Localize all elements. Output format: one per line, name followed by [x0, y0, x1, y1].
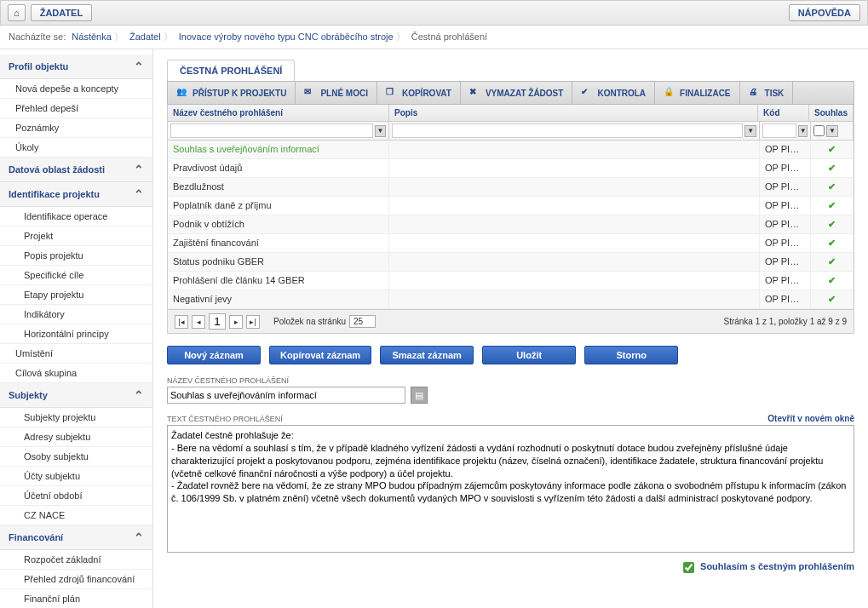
sidebar-item-new-message[interactable]: Nová depeše a koncepty [0, 79, 152, 99]
sidebar-item-location[interactable]: Umístění [0, 344, 152, 364]
pager-first-button[interactable]: |◂ [175, 315, 188, 329]
cell-code: OP PIK_IN... [760, 178, 811, 196]
sidebar-section-identification[interactable]: Identifikace projektu⌃ [0, 182, 152, 207]
table-row[interactable]: Poplatník daně z příjmuOP PIK_IN...✔ [168, 197, 854, 215]
filter-icon[interactable]: ▼ [375, 125, 386, 137]
check-icon: ✔ [828, 200, 836, 210]
sidebar-section-subjects[interactable]: Subjekty⌃ [0, 383, 152, 408]
cell-name: Negativní jevy [168, 290, 389, 308]
agree-checkbox[interactable] [683, 562, 694, 573]
col-header-name[interactable]: Název čestného prohlášení [168, 105, 389, 121]
sidebar-item-budget[interactable]: Rozpočet základní [0, 550, 152, 570]
sidebar-item-operation-id[interactable]: Identifikace operace [0, 207, 152, 227]
breadcrumb-item[interactable]: Inovace výroby nového typu CNC obráběcíh… [179, 32, 394, 42]
sidebar-item-tasks[interactable]: Úkoly [0, 138, 152, 158]
delete-icon: ✖ [469, 87, 481, 99]
sidebar-item-indicators[interactable]: Indikátory [0, 305, 152, 324]
col-header-code[interactable]: Kód [758, 105, 809, 121]
per-page-select[interactable]: 25 [349, 315, 376, 328]
cell-name: Pravdivost údajů [168, 159, 389, 177]
filter-agree-checkbox[interactable] [813, 125, 825, 136]
sidebar-item-stages[interactable]: Etapy projektu [0, 285, 152, 305]
new-record-button[interactable]: Nový záznam [167, 346, 261, 364]
cancel-button[interactable]: Storno [584, 346, 678, 364]
sidebar-section-data-area[interactable]: Datová oblast žádosti⌃ [0, 158, 152, 182]
pager-last-button[interactable]: ▸| [246, 315, 260, 329]
filter-icon[interactable]: ▼ [744, 125, 756, 137]
sidebar-item-horizontal[interactable]: Horizontální principy [0, 324, 152, 344]
sidebar-item-specific-goals[interactable]: Specifické cíle [0, 266, 152, 285]
col-header-agree[interactable]: Souhlas [809, 105, 854, 121]
filter-icon[interactable]: ▼ [798, 125, 808, 137]
cell-agree: ✔ [811, 197, 854, 215]
sidebar-item-addresses[interactable]: Adresy subjektu [0, 427, 152, 447]
declaration-text-area[interactable] [167, 425, 854, 553]
tab-declarations[interactable]: ČESTNÁ PROHLÁŠENÍ [167, 60, 295, 81]
sidebar-section-profile[interactable]: Profil objektu⌃ [0, 54, 152, 79]
pager-prev-button[interactable]: ◂ [192, 315, 205, 329]
col-header-desc[interactable]: Popis [389, 105, 758, 121]
cell-agree: ✔ [811, 178, 854, 196]
picker-button[interactable]: ▤ [411, 387, 428, 404]
check-icon: ✔ [828, 163, 836, 173]
sidebar-item-cznace[interactable]: CZ NACE [0, 506, 152, 525]
chevron-up-icon: ⌃ [134, 60, 144, 73]
filter-name-input[interactable] [170, 123, 373, 138]
lock-icon: 🔒 [664, 87, 675, 99]
table-row[interactable]: Status podniku GBEROP PIK_IN...✔ [168, 253, 854, 272]
chevron-up-icon: ⌃ [134, 531, 144, 544]
check-icon: ✔ [828, 238, 836, 248]
sidebar-item-financing-sources[interactable]: Přehled zdrojů financování [0, 570, 152, 589]
delete-record-button[interactable]: Smazat záznam [380, 346, 474, 364]
help-button[interactable]: NÁPOVĚDA [789, 4, 860, 21]
open-new-window-link[interactable]: Otevřít v novém okně [767, 414, 854, 423]
cell-agree: ✔ [811, 234, 854, 252]
toolbar-delete-button[interactable]: ✖VYMAZAT ŽÁDOST [461, 82, 572, 104]
table-row[interactable]: BezdlužnostOP PIK_IN...✔ [168, 178, 854, 197]
chevron-up-icon: ⌃ [134, 388, 144, 402]
sidebar-item-project-desc[interactable]: Popis projektu [0, 246, 152, 266]
breadcrumb-item[interactable]: Žadatel [129, 32, 161, 42]
sidebar-item-persons[interactable]: Osoby subjektu [0, 447, 152, 467]
sidebar-item-accounts[interactable]: Účty subjektu [0, 467, 152, 486]
people-icon: 👥 [176, 87, 188, 99]
table-row[interactable]: Souhlas s uveřejňováním informacíOP PIK_… [168, 141, 854, 159]
declaration-name-input[interactable] [167, 387, 405, 404]
applicant-button[interactable]: ŽADATEL [31, 4, 93, 21]
cell-code: OP PIK_IN... [760, 141, 811, 158]
toolbar-proxy-button[interactable]: ✉PLNÉ MOCI [296, 82, 377, 104]
toolbar-finalize-button[interactable]: 🔒FINALIZACE [655, 82, 739, 104]
toolbar-check-button[interactable]: ✔KONTROLA [572, 82, 655, 104]
sidebar-item-project-subjects[interactable]: Subjekty projektu [0, 408, 152, 427]
sidebar-item-notes[interactable]: Poznámky [0, 118, 152, 138]
pager-page-input[interactable] [209, 313, 226, 330]
pager: |◂ ◂ ▸ ▸| Položek na stránku 25 [175, 313, 376, 330]
agree-label: Souhlasím s čestným prohlášením [700, 561, 854, 571]
table-row[interactable]: Podnik v obtížíchOP PIK_IN...✔ [168, 215, 854, 234]
sidebar-item-project[interactable]: Projekt [0, 227, 152, 246]
cell-code: OP PIK_IN... [760, 234, 811, 252]
table-row[interactable]: Pravdivost údajůOP PIK_IN...✔ [168, 159, 854, 178]
copy-record-button[interactable]: Kopírovat záznam [269, 346, 371, 364]
table-row[interactable]: Negativní jevyOP PIK_IN...✔ [168, 290, 854, 309]
sidebar-item-financial-plan[interactable]: Finanční plán [0, 589, 152, 608]
filter-desc-input[interactable] [392, 123, 743, 138]
pager-next-button[interactable]: ▸ [229, 315, 243, 329]
toolbar-access-button[interactable]: 👥PŘÍSTUP K PROJEKTU [168, 82, 296, 104]
table-row[interactable]: Prohlášení dle článku 14 GBEROP PIK_IN..… [168, 272, 854, 290]
sidebar-item-accounting-period[interactable]: Účetní období [0, 486, 152, 506]
cell-code: OP PIK_IN... [760, 159, 811, 177]
breadcrumb-item[interactable]: Nástěnka [72, 32, 111, 42]
sidebar-item-target-group[interactable]: Cílová skupina [0, 364, 152, 383]
sidebar-section-financing[interactable]: Financování⌃ [0, 525, 152, 550]
home-button[interactable]: ⌂ [8, 4, 26, 21]
sidebar-item-messages[interactable]: Přehled depeší [0, 99, 152, 118]
cell-agree: ✔ [811, 141, 854, 158]
toolbar-print-button[interactable]: 🖨TISK [740, 82, 794, 104]
toolbar-copy-button[interactable]: ❐KOPÍROVAT [377, 82, 461, 104]
filter-code-input[interactable] [762, 123, 796, 138]
save-button[interactable]: Uložit [482, 346, 576, 364]
table-row[interactable]: Zajištění financováníOP PIK_IN...✔ [168, 234, 854, 253]
filter-icon[interactable]: ▼ [826, 125, 838, 137]
cell-agree: ✔ [811, 253, 854, 271]
